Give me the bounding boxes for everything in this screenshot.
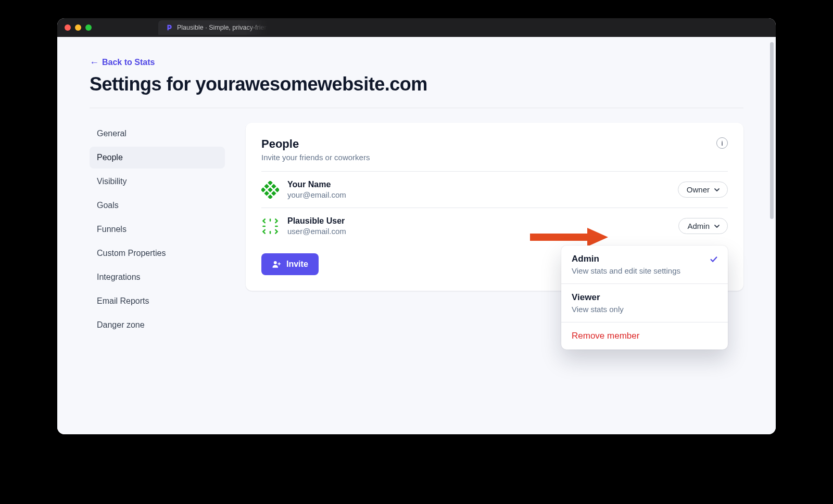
svg-rect-7 bbox=[271, 190, 276, 196]
scrollbar[interactable] bbox=[770, 42, 774, 219]
sidenav-item-visibility[interactable]: Visibility bbox=[90, 171, 225, 192]
plausible-favicon-icon bbox=[166, 24, 173, 31]
svg-rect-6 bbox=[264, 190, 269, 196]
role-selector-owner[interactable]: Owner bbox=[678, 182, 728, 198]
invite-button[interactable]: Invite bbox=[261, 253, 319, 275]
svg-rect-0 bbox=[268, 181, 273, 185]
menu-item-title: Viewer bbox=[572, 292, 717, 303]
chevron-down-icon bbox=[714, 187, 720, 193]
maximize-window-button[interactable] bbox=[85, 24, 92, 31]
sidenav-item-funnels[interactable]: Funnels bbox=[90, 218, 225, 240]
menu-item-desc: View stats and edit site settings bbox=[572, 266, 717, 275]
role-label: Owner bbox=[687, 185, 710, 194]
close-window-button[interactable] bbox=[65, 24, 71, 31]
browser-window: Plausible · Simple, privacy-friendly ana… bbox=[57, 18, 776, 434]
card-title: People bbox=[261, 137, 370, 151]
settings-sidenav: General People Visibility Goals Funnels … bbox=[90, 123, 225, 338]
people-card: People Invite your friends or coworkers … bbox=[246, 123, 743, 291]
invite-button-label: Invite bbox=[286, 260, 308, 269]
card-subtitle: Invite your friends or coworkers bbox=[261, 153, 370, 162]
back-to-stats-link[interactable]: ← Back to Stats bbox=[90, 58, 155, 67]
svg-rect-1 bbox=[261, 187, 266, 192]
check-icon bbox=[709, 255, 718, 266]
avatar bbox=[261, 181, 279, 199]
member-email: your@email.com bbox=[287, 190, 670, 199]
divider bbox=[90, 108, 743, 108]
menu-item-title: Remove member bbox=[572, 331, 717, 341]
back-link-label: Back to Stats bbox=[102, 58, 155, 67]
role-label: Admin bbox=[687, 222, 710, 230]
svg-rect-8 bbox=[268, 187, 273, 192]
menu-item-title: Admin bbox=[572, 254, 717, 264]
sidenav-item-danger-zone[interactable]: Danger zone bbox=[90, 314, 225, 336]
chevron-down-icon bbox=[714, 223, 720, 229]
page-content: ← Back to Stats Settings for yourawesome… bbox=[57, 37, 776, 434]
sidenav-item-integrations[interactable]: Integrations bbox=[90, 266, 225, 288]
browser-tab-title: Plausible · Simple, privacy-friendly ana… bbox=[177, 24, 268, 31]
sidenav-item-email-reports[interactable]: Email Reports bbox=[90, 290, 225, 312]
member-row: Plausible User user@email.com Admin bbox=[261, 208, 728, 244]
titlebar: Plausible · Simple, privacy-friendly ana… bbox=[57, 18, 776, 37]
page-title: Settings for yourawesomewebsite.com bbox=[90, 73, 743, 95]
svg-point-9 bbox=[274, 261, 277, 264]
role-option-admin[interactable]: Admin View stats and edit site settings bbox=[561, 245, 728, 283]
menu-item-desc: View stats only bbox=[572, 305, 717, 314]
svg-rect-4 bbox=[264, 184, 269, 189]
browser-tab[interactable]: Plausible · Simple, privacy-friendly ana… bbox=[158, 20, 268, 35]
window-controls bbox=[65, 24, 92, 31]
sidenav-item-goals[interactable]: Goals bbox=[90, 195, 225, 216]
info-icon[interactable]: i bbox=[716, 137, 728, 149]
remove-member-option[interactable]: Remove member bbox=[561, 322, 728, 350]
user-plus-icon bbox=[272, 260, 281, 269]
member-name: Your Name bbox=[287, 180, 670, 189]
role-dropdown-menu: Admin View stats and edit site settings … bbox=[561, 245, 728, 350]
role-option-viewer[interactable]: Viewer View stats only bbox=[561, 283, 728, 322]
arrow-left-icon: ← bbox=[90, 58, 99, 67]
svg-rect-3 bbox=[268, 194, 273, 198]
role-selector-admin[interactable]: Admin bbox=[678, 218, 728, 234]
member-email: user@email.com bbox=[287, 227, 670, 236]
minimize-window-button[interactable] bbox=[75, 24, 81, 31]
svg-rect-2 bbox=[275, 187, 279, 192]
svg-rect-5 bbox=[271, 184, 276, 189]
sidenav-item-custom-properties[interactable]: Custom Properties bbox=[90, 242, 225, 264]
member-name: Plausible User bbox=[287, 216, 670, 226]
sidenav-item-people[interactable]: People bbox=[90, 147, 225, 169]
member-row: Your Name your@email.com Owner bbox=[261, 171, 728, 208]
avatar bbox=[261, 217, 279, 235]
sidenav-item-general[interactable]: General bbox=[90, 123, 225, 145]
